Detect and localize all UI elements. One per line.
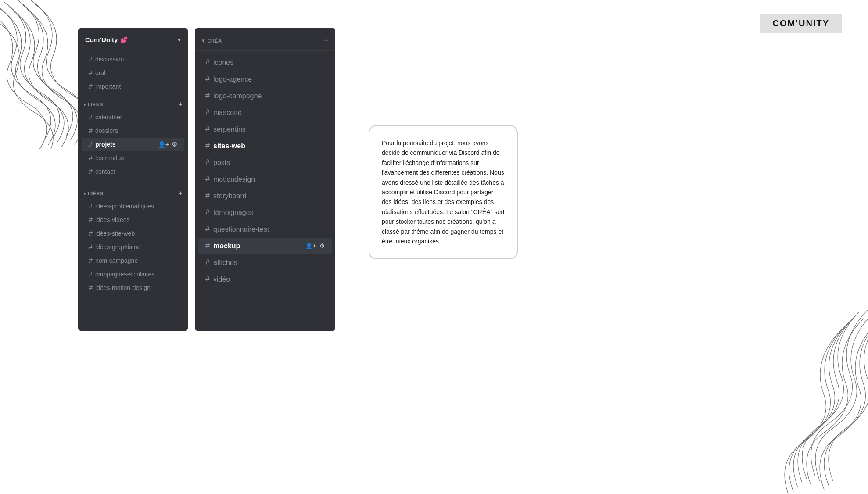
crea-channel-video[interactable]: # vidéo (198, 271, 332, 287)
channel-name: logo-campagne (213, 92, 262, 100)
channel-action-icons: 👤+ ⚙ (158, 141, 177, 148)
crea-channel-mockup[interactable]: # mockup 👤+ ⚙ (198, 238, 332, 254)
channel-name: idées-site-web (95, 230, 135, 237)
add-section-icon[interactable]: + (178, 190, 183, 197)
hash-icon: # (89, 243, 93, 251)
channel-name: mockup (213, 242, 240, 250)
channel-name: icones (213, 59, 233, 67)
hash-icon: # (89, 216, 93, 224)
channel-projets[interactable]: # projets 👤+ ⚙ (82, 138, 184, 151)
channel-name: contact (95, 168, 115, 175)
section-header-liens: ▾ LIENS + (78, 93, 188, 110)
sidebar-title: Com'Unity 💕 (85, 36, 128, 43)
channel-calendrier[interactable]: # calendrier (82, 111, 184, 124)
section-label: ▾ IDÉES (83, 191, 104, 197)
crea-channel-list: # icones # logo-agence # logo-campagne #… (195, 54, 335, 287)
info-text: Pour la poursuite du projet, nous avons … (382, 138, 505, 246)
channel-les-rendus[interactable]: # les-rendus (82, 151, 184, 165)
channel-name: projets (95, 141, 116, 148)
add-section-icon[interactable]: + (178, 100, 183, 108)
hash-icon: # (89, 168, 93, 175)
channel-name: nom-campagne (95, 257, 138, 264)
crea-channel-logo-campagne[interactable]: # logo-campagne (198, 88, 332, 104)
left-sidebar: Com'Unity 💕 ▾ # discussion # oral # impo… (78, 28, 188, 331)
channel-name: serpentins (213, 125, 246, 133)
hash-icon: # (89, 202, 93, 210)
channel-name: sites-web (213, 142, 245, 150)
crea-add-icon[interactable]: + (323, 36, 328, 45)
crea-channel-affiches[interactable]: # affiches (198, 254, 332, 271)
channel-idees-site-web[interactable]: # idées-site-web (82, 227, 184, 240)
crea-channel-mascotte[interactable]: # mascotte (198, 104, 332, 121)
channel-dossiers[interactable]: # dossiers (82, 124, 184, 137)
hash-icon: # (89, 113, 93, 121)
heart-emoji: 💕 (120, 36, 128, 43)
hash-icon: # (205, 158, 210, 167)
channel-name: idées-problématiques (95, 203, 154, 210)
channel-action-icons: 👤+ ⚙ (305, 243, 325, 249)
channel-name: affiches (213, 259, 237, 267)
channel-campagnes-similaires[interactable]: # campagnes-similaires (82, 268, 184, 281)
crea-channel-sites-web[interactable]: # sites-web (198, 138, 332, 154)
sidebar-chevron-icon[interactable]: ▾ (178, 36, 181, 43)
brand-badge: COM'UNITY (760, 14, 842, 33)
hash-icon: # (89, 284, 93, 292)
sidebar-title-text: Com'Unity (85, 36, 118, 43)
crea-channel-temoignages[interactable]: # témoignages (198, 204, 332, 221)
crea-channel-serpentins[interactable]: # serpentins (198, 121, 332, 137)
brand-label: COM'UNITY (773, 18, 829, 28)
hash-icon: # (205, 175, 210, 184)
channel-name: posts (213, 159, 230, 167)
crea-chevron-icon: ▾ (202, 38, 205, 44)
channel-name: idées-vidéos (95, 216, 130, 223)
channel-name: campagnes-similaires (95, 271, 154, 278)
channel-idees-graphisme[interactable]: # idées-graphisme (82, 240, 184, 254)
crea-channel-motiondesign[interactable]: # motiondesign (198, 171, 332, 187)
crea-channel-questionnaire-test[interactable]: # questionnaire-test (198, 221, 332, 237)
hash-icon: # (205, 91, 210, 100)
channel-important[interactable]: # important (82, 80, 184, 93)
sidebar-header: Com'Unity 💕 ▾ (78, 28, 188, 49)
hash-icon: # (205, 191, 210, 200)
crea-channel-icones[interactable]: # icones (198, 54, 332, 71)
hash-icon: # (89, 154, 93, 162)
hash-icon: # (89, 127, 93, 135)
channel-name: motiondesign (213, 175, 255, 183)
channel-discussion[interactable]: # discussion (82, 53, 184, 66)
channel-name: oral (95, 69, 105, 76)
channel-idees-problematiques[interactable]: # idées-problématiques (82, 200, 184, 213)
channel-name: logo-agence (213, 75, 252, 83)
channel-nom-campagne[interactable]: # nom-campagne (82, 254, 184, 267)
crea-channel-logo-agence[interactable]: # logo-agence (198, 71, 332, 87)
settings-icon[interactable]: ⚙ (172, 141, 177, 148)
hash-icon: # (205, 241, 210, 251)
hash-icon: # (89, 82, 93, 90)
add-member-icon[interactable]: 👤+ (158, 141, 169, 148)
channel-idees-motion-design[interactable]: # idées-motion-design (82, 281, 184, 294)
channel-name: témoignages (213, 209, 254, 217)
channel-name: idées-motion-design (95, 284, 151, 291)
channel-contact[interactable]: # contact (82, 165, 184, 178)
crea-channel-posts[interactable]: # posts (198, 154, 332, 171)
hash-icon: # (205, 75, 210, 84)
section-label: ▾ LIENS (83, 102, 103, 107)
right-sidebar: ▾ CRÉA + # icones # logo-agence # logo-c… (195, 28, 335, 331)
hash-icon: # (89, 229, 93, 237)
hash-icon: # (205, 258, 210, 267)
info-box: Pour la poursuite du projet, nous avons … (369, 125, 518, 259)
channel-name: discussion (95, 56, 124, 63)
add-member-icon[interactable]: 👤+ (305, 243, 316, 249)
channel-name: vidéo (213, 276, 230, 283)
channel-name: calendrier (95, 114, 122, 121)
hash-icon: # (205, 225, 210, 234)
hash-icon: # (205, 275, 210, 284)
hash-icon: # (89, 270, 93, 278)
channel-idees-videos[interactable]: # idées-vidéos (82, 213, 184, 226)
crea-channel-storyboard[interactable]: # storyboard (198, 188, 332, 204)
hash-icon: # (205, 208, 210, 217)
settings-icon[interactable]: ⚙ (319, 243, 325, 249)
channel-oral[interactable]: # oral (82, 66, 184, 79)
crea-title: ▾ CRÉA (202, 38, 222, 44)
hash-icon: # (89, 140, 93, 148)
section-header-idees: ▾ IDÉES + (78, 183, 188, 199)
